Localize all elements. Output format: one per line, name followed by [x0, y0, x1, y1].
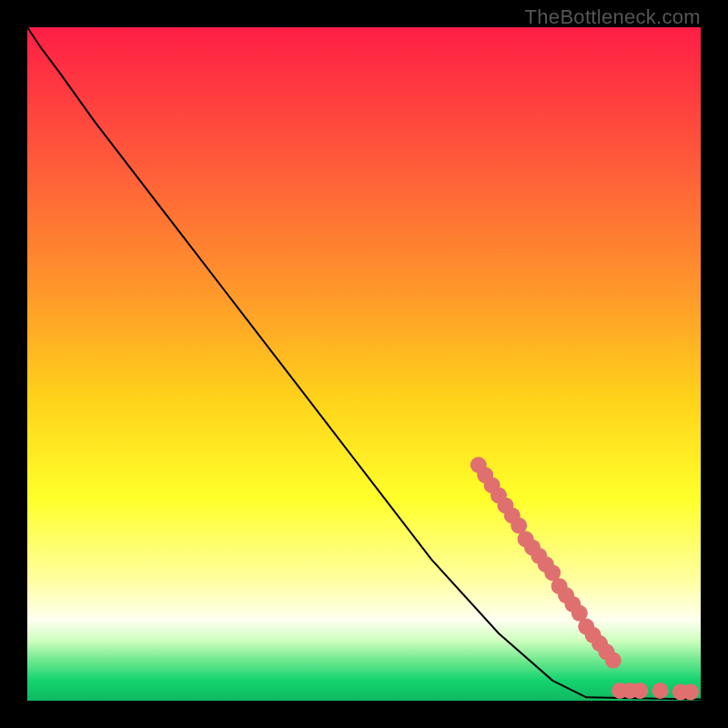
data-dot — [652, 682, 669, 699]
chart-container: TheBottleneck.com — [0, 0, 728, 728]
watermark-text: TheBottleneck.com — [525, 5, 701, 29]
data-dot — [682, 683, 699, 700]
gradient-background — [27, 27, 701, 701]
chart-svg — [27, 27, 701, 701]
data-dot — [605, 652, 622, 669]
plot-area — [27, 27, 701, 701]
data-dot — [632, 682, 648, 699]
